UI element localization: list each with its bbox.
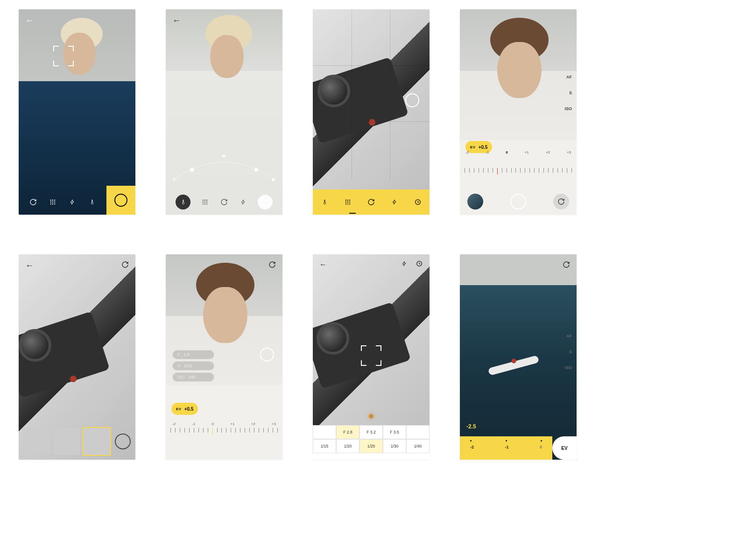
ruler-tick: 0 <box>506 150 507 154</box>
active-indicator <box>349 213 356 214</box>
ev-ruler-labels: -2 -1 0 +1 +2 +3 <box>460 152 577 166</box>
focus-reticle[interactable] <box>361 345 381 366</box>
shutter-small[interactable] <box>258 195 273 210</box>
shutter-label[interactable]: S <box>569 91 572 95</box>
ev-slider-bar[interactable]: -2 -1 0 <box>460 436 552 460</box>
wb-arc-selector[interactable]: ☀ ☁ ◐ <box>170 154 278 182</box>
shutter-cell-selected[interactable]: 1/25 <box>359 439 383 453</box>
refresh-icon[interactable] <box>268 261 276 270</box>
ev-mode-pill[interactable]: EV <box>552 436 577 460</box>
timer-icon[interactable] <box>416 260 423 269</box>
ev-pill[interactable]: EV +0.5 <box>171 403 198 415</box>
iso-label[interactable]: ISO <box>564 365 572 370</box>
ruler-tick: +1 <box>525 150 529 154</box>
svg-point-2 <box>54 200 55 201</box>
ruler-tick: -1 <box>486 150 489 154</box>
flash-icon[interactable] <box>239 197 248 207</box>
refresh-icon[interactable] <box>563 261 570 270</box>
temperature-icon[interactable] <box>87 197 97 207</box>
af-label[interactable]: AF <box>566 334 572 338</box>
ruler-tick: +3 <box>272 422 276 426</box>
ev-value: +0.5 <box>479 145 488 150</box>
shutter-button[interactable] <box>106 186 135 215</box>
shutter-label[interactable]: S <box>569 350 572 354</box>
aperture-row[interactable]: F2.8 <box>172 350 214 359</box>
back-icon[interactable]: ← <box>172 16 181 26</box>
gallery-thumb[interactable] <box>467 194 483 210</box>
viewfinder-photo <box>19 9 135 215</box>
iso-row[interactable]: ISO100 <box>172 372 214 382</box>
back-icon[interactable]: ← <box>25 261 34 271</box>
svg-point-1 <box>52 200 53 201</box>
back-icon[interactable]: ← <box>25 16 34 26</box>
svg-point-4 <box>52 202 53 203</box>
thumbnail-strip <box>19 423 135 460</box>
iso-label[interactable]: ISO <box>564 106 572 111</box>
screen-manual-readout: F2.8 S1/25 ISO100 EV +0.5 -2 -1 0 +1 +2 … <box>166 254 282 460</box>
svg-point-16 <box>204 203 205 204</box>
fstop-cell[interactable] <box>313 425 336 439</box>
focus-point[interactable] <box>260 348 274 362</box>
fstop-cell[interactable]: F 3.2 <box>359 425 383 439</box>
svg-point-26 <box>349 203 350 204</box>
focus-point[interactable] <box>405 93 419 107</box>
flash-icon[interactable] <box>402 260 407 269</box>
thumbnail[interactable] <box>53 428 80 455</box>
fstop-cell[interactable]: F 3.5 <box>383 425 406 439</box>
aperture-key: F <box>177 352 180 357</box>
mode-toolbar <box>313 189 430 215</box>
refresh-icon[interactable] <box>28 197 38 207</box>
flash-icon[interactable] <box>68 197 77 207</box>
refresh-icon[interactable] <box>366 197 376 207</box>
svg-point-15 <box>203 203 204 204</box>
focus-reticle[interactable] <box>53 46 74 66</box>
iso-val: 100 <box>189 375 196 379</box>
shutter-row[interactable]: 1/15 1/20 1/25 1/30 1/40 <box>313 439 430 453</box>
flash-icon[interactable] <box>390 197 399 207</box>
shutter-row[interactable]: S1/25 <box>172 361 214 371</box>
thumbnail-selected[interactable] <box>83 428 110 455</box>
svg-point-11 <box>206 200 207 201</box>
refresh-icon[interactable] <box>219 197 229 207</box>
svg-point-20 <box>349 200 350 201</box>
thumbnail[interactable] <box>23 428 50 455</box>
ev-ruler-ticks[interactable] <box>460 168 577 177</box>
shutter-button[interactable] <box>510 194 526 210</box>
manual-mode-labels: AF S ISO <box>564 334 572 370</box>
ruler-tick: 0 <box>212 422 214 426</box>
shutter-cell[interactable]: 1/15 <box>313 439 336 453</box>
svg-point-25 <box>347 203 348 204</box>
ev-label: EV <box>561 446 567 451</box>
temperature-icon[interactable] <box>320 197 329 207</box>
ruler-tick: +1 <box>230 422 234 426</box>
viewfinder-photo <box>166 9 282 215</box>
fstop-row[interactable]: F 2.8 F 3.2 F 3.5 <box>313 425 430 439</box>
fstop-cell-selected[interactable]: F 2.8 <box>336 425 359 439</box>
svg-point-18 <box>345 200 346 201</box>
timer-icon[interactable] <box>413 197 423 207</box>
ev-slider-ticks: -2 -1 0 <box>460 445 552 449</box>
screens-grid: ← ← ☀ ☁ ◐ <box>0 0 747 469</box>
svg-point-5 <box>54 202 55 203</box>
shutter-cell[interactable]: 1/20 <box>336 439 359 453</box>
refresh-icon[interactable] <box>121 261 129 270</box>
ev-ruler-ticks[interactable] <box>166 428 282 437</box>
fstop-cell[interactable] <box>406 425 430 439</box>
top-bar: ← <box>313 260 430 269</box>
af-label[interactable]: AF <box>566 75 572 79</box>
screen-ev-slider-sea: AF S ISO -2.5 -2 -1 0 EV <box>460 254 577 460</box>
photo-camera-led <box>70 376 77 382</box>
shutter-cell[interactable]: 1/40 <box>406 439 430 453</box>
svg-point-7 <box>52 203 53 204</box>
temperature-chip[interactable] <box>176 195 190 210</box>
grid-icon[interactable] <box>48 197 57 207</box>
ruler-indicator <box>212 428 213 435</box>
back-icon[interactable]: ← <box>319 260 327 269</box>
grid-icon[interactable] <box>200 197 210 207</box>
grid-icon[interactable] <box>343 197 352 207</box>
screen-white-balance: ← ☀ ☁ ◐ <box>166 9 282 215</box>
shutter-button[interactable] <box>115 434 131 449</box>
switch-camera-icon[interactable] <box>553 194 569 210</box>
exposure-grid: F 2.8 F 3.2 F 3.5 1/15 1/20 1/25 1/30 1/… <box>313 425 430 460</box>
shutter-cell[interactable]: 1/30 <box>383 439 406 453</box>
